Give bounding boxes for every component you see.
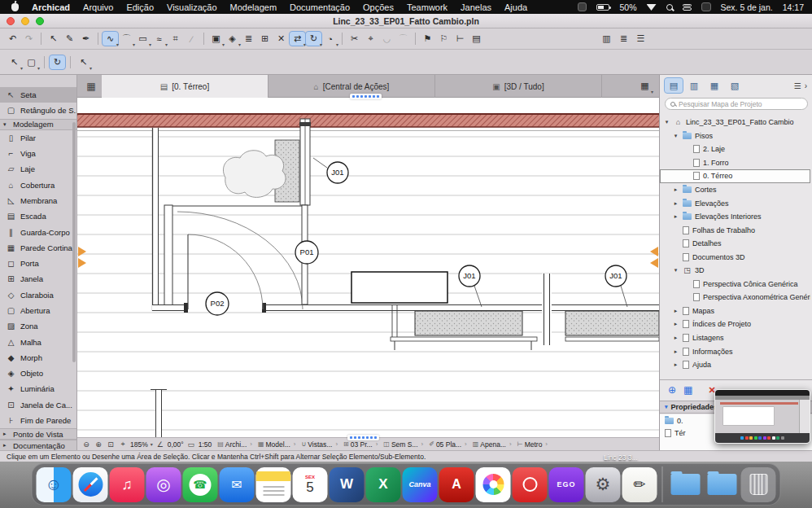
disclosure-icon[interactable]: ▸ [672,308,679,314]
tree-item-listagens[interactable]: ▸ Listagens [660,331,810,345]
dock-finder-icon[interactable]: ☺ [37,467,72,502]
list-lines-icon[interactable]: ☰ [633,32,648,46]
select-add-icon[interactable]: ↖ [46,32,61,46]
toolbox-section-documentacao[interactable]: ▸ Documentação [0,440,76,450]
disclosure-icon[interactable]: ▾ [665,404,668,410]
sync-rotate-icon[interactable]: ↻ [50,55,65,69]
menu-item-visualizacao[interactable]: Visualização [167,2,217,12]
dock-calendar-icon[interactable]: SEX 5 [293,467,328,502]
drawing-canvas[interactable]: J01 P01 P02 J01 J01 [77,98,659,437]
toolbox-item-parede-cortina[interactable]: ▦ Parede Cortina [0,240,76,256]
toolbox-item-retangulo-selecao[interactable]: ▢ Retângulo de S... [0,103,76,118]
redo-icon[interactable]: ↷ [21,32,37,46]
flag-outline-icon[interactable]: ⚐ [436,32,452,46]
disclosure-icon[interactable]: ▸ [672,200,679,207]
toolbox-item-pilar[interactable]: ▯ Pilar [0,130,76,146]
scale-value[interactable]: 1:50 [199,440,212,449]
menu-extra-icon[interactable] [578,2,587,11]
disclosure-icon[interactable]: ▸ [672,213,679,220]
orientation-icon[interactable]: ∠ [155,440,165,449]
guide-line-icon[interactable]: ∕ [184,32,199,46]
quick-option-layers[interactable]: ▤ Archi... › [217,440,252,449]
dock-music-icon[interactable]: ♫ [110,467,145,502]
zoom-level[interactable]: 185% [130,440,148,449]
toolbox-item-janela[interactable]: ⊞ Janela [0,271,76,287]
zoom-in-icon[interactable]: ⊕ [94,440,103,449]
marquee-mode-icon[interactable]: ▢ [24,55,39,69]
toolbox-item-cobertura[interactable]: ⌂ Cobertura [0,177,76,192]
wifi-icon[interactable] [647,3,657,11]
apple-menu-icon[interactable] [11,3,19,11]
tree-item-ajuda[interactable]: ▸ Ajuda [660,358,810,372]
toolbox-section-ponto-de-vista[interactable]: ▸ Ponto de Vista [0,428,76,440]
close-tool-icon[interactable]: ✕ [273,32,289,46]
menu-item-arquivo[interactable]: Arquivo [83,2,113,12]
spotlight-icon[interactable] [666,4,673,11]
tree-item-mapas[interactable]: ▸ Mapas [660,304,810,318]
dock-mail-icon[interactable]: ✉ [220,467,255,502]
menu-time[interactable]: 14:17 [783,2,804,12]
navigator-menu-icon[interactable]: ☰ [794,81,801,90]
anchor-icon[interactable]: ⊢ [452,32,468,46]
view-map-icon[interactable]: ▥ [685,78,703,93]
window-assembly-top[interactable] [275,119,311,304]
geometry-spline-icon[interactable]: ∿ [103,32,118,46]
menu-item-opcoes[interactable]: Opções [363,2,394,12]
disclosure-icon[interactable]: ▾ [672,267,679,274]
layout-book-icon[interactable]: ▦ [705,78,723,93]
screenshot-preview[interactable] [714,389,810,444]
quick-option-05[interactable]: ✐ 05 Pla... › [429,440,467,449]
toolbox-item-porta[interactable]: ◻ Porta [0,256,76,271]
quick-option-metro[interactable]: ⊢ Metro › [517,440,548,449]
tree-item-2-laje[interactable]: 2. Laje [660,142,810,156]
tree-item-elevacoes[interactable]: ▸ Elevações [660,196,810,210]
exterior-wall-top[interactable] [77,114,659,131]
counter-elements[interactable] [391,311,659,350]
disclosure-icon[interactable]: ▸ [672,348,679,355]
quick-option-vistas[interactable]: ∪ Vistas... › [301,440,338,449]
toolbox-item-membrana[interactable]: ◺ Membrana [0,193,76,208]
flag-icon[interactable]: ⚑ [420,32,435,46]
view-switcher-icon[interactable]: ▦ [637,79,653,93]
tab-overview-icon[interactable]: ▦ [82,79,100,94]
segment-icon[interactable]: ◔ [322,32,338,46]
toolbox-item-janela-de-canto[interactable]: ⊡ Janela de Ca... [0,397,76,413]
disclosure-icon[interactable]: ▾ [663,119,670,125]
disclosure-icon[interactable]: ▸ [672,321,679,327]
tree-item-0-terreo[interactable]: 0. Térreo [660,169,810,183]
parameter-pick-icon[interactable]: ✒ [78,32,94,46]
battery-icon[interactable] [596,4,609,11]
layers-icon[interactable]: ≣ [241,32,256,46]
toolbox-item-zona[interactable]: ▨ Zona [0,318,76,334]
dock-red-app-icon[interactable] [513,467,548,502]
tree-item-folhas-de-trabalho[interactable]: Folhas de Trabalho [660,223,810,237]
tree-item-elevacoes-interiores[interactable]: ▸ Elevações Interiores [660,210,810,224]
rotation-value[interactable]: 0,00° [168,440,184,449]
dock-whatsapp-icon[interactable]: ☎ [183,467,218,502]
toolbox-item-malha[interactable]: △ Malha [0,334,76,349]
tab-3d-tudo[interactable]: ▣ [3D / Tudo] [435,75,602,98]
quick-option-model[interactable]: ▦ Model... › [258,440,295,449]
tree-item-documentos-3d[interactable]: Documentos 3D [660,250,810,264]
quick-option-apenas[interactable]: ▥ Apena... › [473,440,512,449]
navigator-collapse-icon[interactable]: › [805,81,807,90]
zoom-previous-icon[interactable]: ⌖ [118,440,128,449]
dock-excel-icon[interactable]: X [366,467,401,502]
dimension-icon[interactable]: ⊞ [257,32,273,46]
zoom-caret-icon[interactable]: ▾ [151,441,153,447]
geometry-rect-icon[interactable]: ▭ [135,32,151,46]
tab-terreo[interactable]: ▤ [0. Térreo] [102,75,268,98]
gravity-tool-icon[interactable]: ◈ [225,32,240,46]
menu-item-edicao[interactable]: Edição [126,2,154,12]
dock-photos-icon[interactable] [476,467,511,502]
worksheet-icon[interactable]: ▤ [469,32,484,46]
add-viewpoint-button[interactable]: ⊕ [668,384,676,396]
toolbox-item-morph[interactable]: ◆ Morph [0,350,76,366]
scale-icon[interactable]: ▭ [186,440,196,449]
grid-snap-icon[interactable]: ⌗ [168,32,183,46]
tree-item-indices-de-projeto[interactable]: ▸ Índices de Projeto [660,318,810,331]
table-element[interactable] [351,272,447,303]
adjust-icon[interactable]: ⌖ [363,32,378,46]
dock-ego-icon[interactable]: EGO [549,467,584,502]
toolbox-scrollbar[interactable] [72,122,76,362]
